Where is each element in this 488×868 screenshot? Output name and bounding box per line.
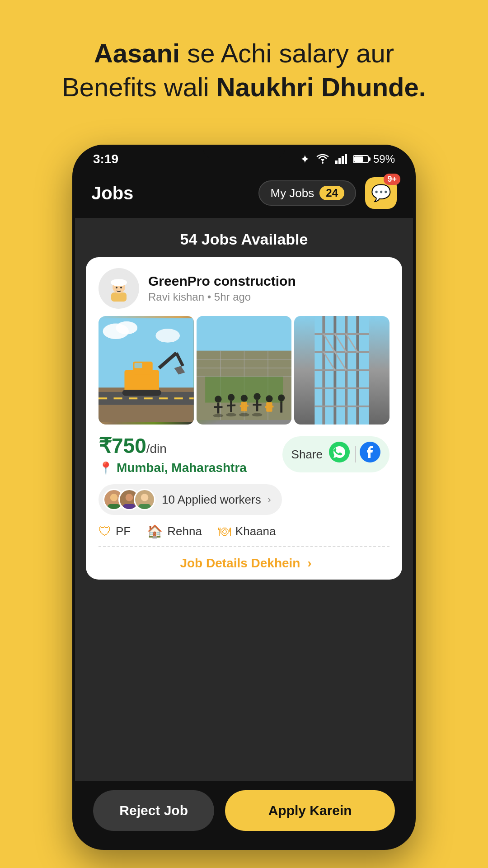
status-time: 3:19 bbox=[93, 152, 118, 166]
svg-rect-6 bbox=[354, 156, 363, 162]
pf-icon: 🛡 bbox=[99, 524, 111, 539]
whatsapp-share-icon[interactable] bbox=[329, 442, 350, 467]
battery-icon: 59% bbox=[353, 153, 395, 165]
svg-point-57 bbox=[252, 413, 262, 417]
benefit-khaana: 🍽 Khaana bbox=[218, 524, 276, 539]
svg-point-55 bbox=[226, 413, 236, 417]
benefit-rehna: 🏠 Rehna bbox=[147, 524, 202, 539]
svg-point-40 bbox=[228, 394, 235, 401]
benefit-khaana-label: Khaana bbox=[235, 524, 276, 538]
svg-rect-2 bbox=[338, 158, 341, 164]
chat-notification-badge: 9+ bbox=[384, 174, 400, 185]
facebook-icon bbox=[360, 442, 380, 462]
whatsapp-icon bbox=[329, 442, 350, 462]
header-right: My Jobs 24 💬 9+ bbox=[258, 177, 397, 209]
chat-icon: 💬 bbox=[371, 184, 391, 203]
hero-regular-2: Benefits wali bbox=[62, 72, 216, 102]
salary-info: ₹750/din 📍 Mumbai, Maharashtra bbox=[99, 434, 247, 475]
status-icons: ✦ bbox=[300, 152, 395, 166]
phone-notch bbox=[203, 145, 285, 158]
svg-point-43 bbox=[240, 395, 247, 401]
job-image-3 bbox=[294, 316, 389, 425]
applied-workers-button[interactable]: 10 Applied workers › bbox=[99, 484, 282, 515]
reject-job-button[interactable]: Reject Job bbox=[93, 790, 214, 831]
battery-percent: 59% bbox=[373, 153, 395, 165]
job-image-1 bbox=[99, 316, 194, 425]
svg-line-51 bbox=[265, 406, 273, 407]
company-info: GreenPro construction Ravi kishan • 5hr … bbox=[148, 274, 296, 303]
svg-rect-7 bbox=[369, 157, 371, 161]
job-details-arrow-icon: › bbox=[307, 556, 311, 570]
bottom-actions: Reject Job Apply Karein bbox=[75, 781, 413, 847]
share-buttons[interactable]: Share bbox=[282, 436, 389, 472]
job-details-link[interactable]: Job Details Dekhein › bbox=[86, 547, 402, 580]
svg-rect-83 bbox=[138, 504, 150, 510]
job-image-2 bbox=[197, 316, 292, 425]
salary-unit: /din bbox=[146, 442, 167, 456]
svg-point-54 bbox=[213, 414, 223, 418]
svg-rect-80 bbox=[123, 504, 135, 510]
company-name: GreenPro construction bbox=[148, 274, 296, 289]
location-row: 📍 Mumbai, Maharashtra bbox=[99, 461, 247, 475]
company-avatar bbox=[99, 268, 139, 309]
svg-point-26 bbox=[116, 321, 137, 335]
svg-rect-4 bbox=[345, 154, 347, 164]
benefits-row: 🛡 PF 🏠 Rehna 🍽 Khaana bbox=[86, 515, 402, 546]
svg-point-79 bbox=[126, 494, 133, 501]
svg-point-37 bbox=[215, 396, 221, 402]
hero-bold-1: Aasani bbox=[94, 38, 180, 68]
header-bar: Jobs My Jobs 24 💬 9+ bbox=[75, 170, 413, 218]
benefit-pf: 🛡 PF bbox=[99, 524, 131, 539]
my-jobs-label: My Jobs bbox=[270, 186, 314, 200]
company-meta: Ravi kishan • 5hr ago bbox=[148, 291, 296, 303]
apply-job-button[interactable]: Apply Karein bbox=[225, 790, 395, 831]
hero-bold-2: Naukhri Dhunde. bbox=[216, 72, 426, 102]
page-title: Jobs bbox=[91, 183, 133, 203]
share-label: Share bbox=[291, 448, 323, 462]
salary-amount: ₹750/din bbox=[99, 434, 167, 458]
rehna-icon: 🏠 bbox=[147, 524, 163, 539]
svg-line-45 bbox=[239, 406, 248, 406]
khaana-icon: 🍽 bbox=[218, 524, 231, 539]
chat-button[interactable]: 💬 9+ bbox=[365, 177, 397, 209]
salary-share-row: ₹750/din 📍 Mumbai, Maharashtra Share bbox=[86, 425, 402, 475]
svg-point-13 bbox=[116, 287, 117, 288]
rebar-scene bbox=[294, 316, 389, 425]
salary-value: ₹750 bbox=[99, 434, 146, 458]
phone-shell: 3:19 ✦ bbox=[72, 145, 416, 850]
svg-point-52 bbox=[278, 394, 285, 401]
svg-rect-3 bbox=[342, 156, 344, 164]
worker-avatar-3 bbox=[134, 489, 155, 510]
svg-point-27 bbox=[155, 329, 180, 343]
main-content: 54 Jobs Available bbox=[75, 218, 413, 781]
bluetooth-icon: ✦ bbox=[300, 152, 310, 166]
share-divider bbox=[355, 446, 356, 462]
applied-workers-row: 10 Applied workers › bbox=[99, 484, 389, 515]
worker-avatars bbox=[103, 489, 155, 510]
hero-regular-1: se Achi salary aur bbox=[187, 38, 394, 68]
job-card-header: GreenPro construction Ravi kishan • 5hr … bbox=[86, 257, 402, 316]
excavator-scene bbox=[99, 316, 194, 425]
jobs-available-count: 54 Jobs Available bbox=[75, 218, 413, 257]
location-pin-icon: 📍 bbox=[99, 461, 113, 475]
phone-screen: 3:19 ✦ bbox=[75, 145, 413, 847]
aerial-scene bbox=[197, 316, 292, 420]
svg-rect-77 bbox=[108, 504, 120, 510]
my-jobs-button[interactable]: My Jobs 24 bbox=[258, 180, 356, 206]
svg-point-46 bbox=[253, 393, 260, 400]
svg-point-49 bbox=[266, 395, 272, 402]
svg-rect-12 bbox=[112, 283, 126, 285]
battery-shape bbox=[353, 155, 371, 164]
svg-point-0 bbox=[322, 162, 324, 164]
benefit-rehna-label: Rehna bbox=[167, 524, 202, 538]
svg-point-56 bbox=[239, 413, 249, 417]
svg-rect-9 bbox=[111, 292, 127, 302]
svg-point-76 bbox=[110, 494, 117, 501]
svg-point-14 bbox=[120, 287, 122, 288]
phone-wrapper: 3:19 ✦ bbox=[72, 145, 416, 850]
applied-count-text: 10 Applied workers bbox=[162, 493, 261, 507]
job-images bbox=[99, 316, 389, 425]
svg-line-42 bbox=[227, 405, 235, 406]
facebook-share-icon[interactable] bbox=[360, 442, 380, 467]
svg-rect-21 bbox=[134, 363, 142, 368]
